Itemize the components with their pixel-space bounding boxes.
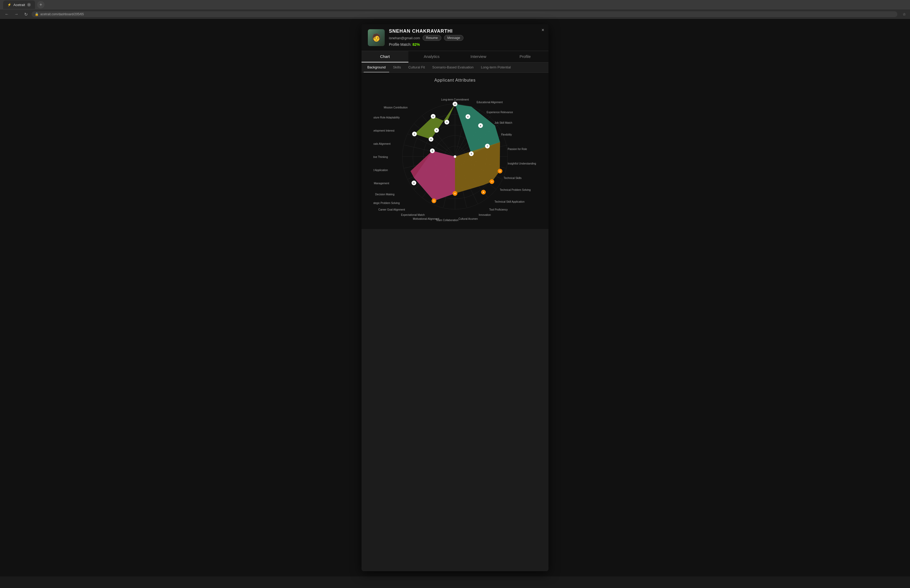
label-job-skill-match: Job Skill Match <box>495 121 512 124</box>
radar-chart: 10 8 8 9 <box>373 87 537 224</box>
match-percentage: 82% <box>412 42 420 47</box>
svg-text:8: 8 <box>414 182 415 184</box>
svg-text:6: 6 <box>414 133 415 135</box>
back-btn[interactable]: ← <box>3 11 11 18</box>
refresh-btn[interactable]: ↻ <box>22 11 29 18</box>
label-career-goal-alignment: Career Goal Alignment <box>378 208 405 211</box>
label-technical-skill-application: Technical Skill Application <box>495 200 525 203</box>
svg-point-70 <box>454 155 456 158</box>
label-technical-skills: Technical Skills <box>504 177 522 179</box>
header-meta: isnehan@gmail.com Resume Message <box>389 35 542 41</box>
label-technical-problem-solving: Technical Problem Solving <box>500 189 530 191</box>
svg-text:9: 9 <box>436 129 437 132</box>
label-longterm-commitment: Long-term Commitment <box>441 98 469 101</box>
svg-text:8: 8 <box>454 192 456 195</box>
header-info: SNEHAN CHAKRAVARTHI isnehan@gmail.com Re… <box>389 28 542 47</box>
svg-text:8: 8 <box>432 150 433 152</box>
candidate-name: SNEHAN CHAKRAVARTHI <box>389 28 542 34</box>
profile-match: Profile Match: 82% <box>389 42 542 47</box>
nav-bar: ← → ↻ 🔒 acetrait.com/dashboard/205/65 ☆ <box>0 10 910 19</box>
page-background: 🧑 SNEHAN CHAKRAVARTHI isnehan@gmail.com … <box>0 19 910 577</box>
message-button[interactable]: Message <box>444 35 464 41</box>
secondary-tabs: Background Skills Cultural Fit Scenario-… <box>362 63 548 73</box>
label-future-role-adaptability: Future Role Adaptability <box>373 116 400 119</box>
svg-text:9: 9 <box>446 121 448 123</box>
svg-text:9: 9 <box>499 170 501 173</box>
svg-text:8: 8 <box>433 115 434 118</box>
label-educational-alignment: Educational Alignment <box>477 101 503 104</box>
label-passion-for-role: Passion for Role <box>508 148 527 150</box>
new-tab-btn[interactable]: + <box>37 1 45 8</box>
bookmark-icon[interactable]: ☆ <box>902 11 907 17</box>
svg-text:7: 7 <box>487 145 488 147</box>
forward-btn[interactable]: → <box>13 11 20 18</box>
candidate-email: isnehan@gmail.com <box>389 36 420 40</box>
label-tool-proficiency: Tool Proficiency <box>489 208 508 211</box>
chart-area: Applicant Attributes <box>362 73 548 229</box>
label-innovation: Innovation <box>479 213 491 216</box>
svg-text:10: 10 <box>454 103 456 105</box>
label-scenario-based-application: Scenario-Based Application <box>373 169 388 171</box>
resume-button[interactable]: Resume <box>423 35 441 41</box>
tab-skills[interactable]: Skills <box>389 63 404 73</box>
svg-text:8: 8 <box>480 124 481 127</box>
tab-title: Acetrait <box>13 3 25 7</box>
candidate-modal: 🧑 SNEHAN CHAKRAVARTHI isnehan@gmail.com … <box>362 24 548 571</box>
close-button[interactable]: × <box>541 27 544 33</box>
label-motivational-alignment: Motivational Alignment <box>413 217 439 220</box>
label-insightful-understanding: Insightful Understanding <box>508 162 536 165</box>
label-development-interest: Development Interest <box>373 129 394 132</box>
avatar: 🧑 <box>368 29 385 46</box>
svg-text:8: 8 <box>483 191 484 194</box>
label-decision-making: Decision Making <box>375 193 394 196</box>
label-career-goals-alignment: Career Goals Alignment <box>373 142 391 145</box>
label-complexity-management: Complexity Management <box>373 182 389 185</box>
browser-tab[interactable]: ⚡ Acetrait × <box>3 0 35 9</box>
chart-title: Applicant Attributes <box>435 78 476 82</box>
label-cultural-acumen: Cultural Acumen <box>458 217 478 220</box>
url-text: acetrait.com/dashboard/205/65 <box>40 12 84 16</box>
tab-background[interactable]: Background <box>364 63 389 73</box>
svg-text:9: 9 <box>433 200 435 202</box>
svg-marker-33 <box>455 142 500 194</box>
label-flexibility: Flexibility <box>501 133 512 136</box>
primary-tabs: Chart Analytics Interview Profile <box>362 51 548 63</box>
label-innovative-thinking: Innovative Thinking <box>373 155 388 158</box>
address-bar[interactable]: 🔒 acetrait.com/dashboard/205/65 <box>32 11 897 17</box>
modal-header: 🧑 SNEHAN CHAKRAVARTHI isnehan@gmail.com … <box>362 24 548 51</box>
tab-longterm[interactable]: Long-term Potential <box>477 63 514 73</box>
label-mission-contribution: Mission Contribution <box>384 106 407 109</box>
tab-cultural-fit[interactable]: Cultural Fit <box>405 63 429 73</box>
tab-chart[interactable]: Chart <box>362 51 408 62</box>
label-experience-relevance: Experience Relevance <box>487 111 513 114</box>
tab-close-btn[interactable]: × <box>27 3 31 6</box>
svg-text:8: 8 <box>430 138 432 141</box>
svg-text:9: 9 <box>471 153 472 155</box>
tab-scenario[interactable]: Scenario-Based Evaluation <box>429 63 477 73</box>
label-strategic-problem-solving: Strategic Problem Solving <box>373 202 400 205</box>
tab-profile[interactable]: Profile <box>502 51 549 62</box>
tab-bar: ⚡ Acetrait × + <box>0 0 910 10</box>
label-expectational-match: Expectational Match <box>401 213 425 216</box>
radar-svg: 10 8 8 9 <box>373 87 537 224</box>
tab-interview[interactable]: Interview <box>455 51 502 62</box>
tab-analytics[interactable]: Analytics <box>408 51 455 62</box>
svg-text:7: 7 <box>491 181 493 183</box>
svg-text:8: 8 <box>467 116 469 118</box>
